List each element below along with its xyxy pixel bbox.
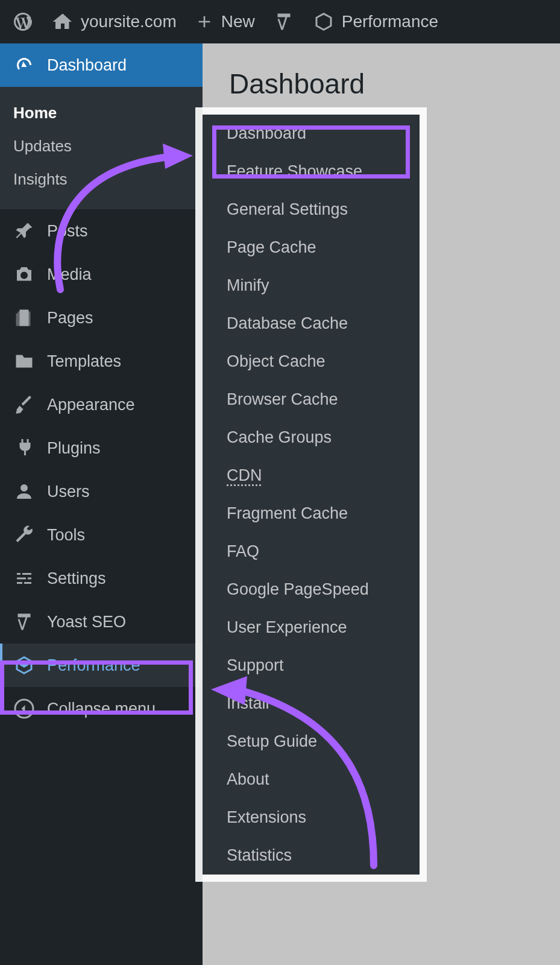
- flyout-page-cache[interactable]: Page Cache: [203, 229, 420, 267]
- cube-sidebar-icon: [13, 654, 35, 676]
- flyout-feature-showcase[interactable]: Feature Showcase: [203, 153, 420, 191]
- sidebar-templates-label: Templates: [47, 352, 121, 371]
- sidebar-item-settings[interactable]: Settings: [0, 557, 203, 600]
- plus-icon: [195, 12, 214, 31]
- wordpress-logo-link[interactable]: [12, 11, 34, 33]
- wordpress-icon: [12, 11, 34, 33]
- sidebar-sub-home[interactable]: Home: [0, 96, 203, 130]
- yoast-icon: [273, 11, 295, 33]
- flyout-minify[interactable]: Minify: [203, 267, 420, 305]
- sidebar-settings-label: Settings: [47, 569, 106, 588]
- sidebar-yoast-label: Yoast SEO: [47, 613, 126, 631]
- sidebar-appearance-label: Appearance: [47, 396, 135, 414]
- home-link[interactable]: yoursite.com: [52, 11, 177, 33]
- dashboard-icon: [13, 54, 35, 76]
- flyout-browser-cache[interactable]: Browser Cache: [203, 381, 420, 419]
- flyout-user-experience[interactable]: User Experience: [203, 609, 420, 647]
- sidebar-item-performance[interactable]: Performance: [0, 644, 203, 687]
- sidebar-users-label: Users: [47, 482, 90, 501]
- flyout-faq[interactable]: FAQ: [203, 533, 420, 571]
- site-name-label: yoursite.com: [81, 12, 177, 31]
- sidebar-item-templates[interactable]: Templates: [0, 340, 203, 383]
- cube-icon: [313, 11, 335, 33]
- flyout-database-cache[interactable]: Database Cache: [203, 305, 420, 343]
- sidebar-item-plugins[interactable]: Plugins: [0, 426, 203, 470]
- flyout-dashboard[interactable]: Dashboard: [203, 115, 420, 153]
- camera-icon: [13, 264, 35, 285]
- sidebar-sub-insights[interactable]: Insights: [0, 163, 203, 196]
- sidebar-item-pages[interactable]: Pages: [0, 296, 203, 340]
- sidebar-media-label: Media: [47, 265, 92, 284]
- sidebar-tools-label: Tools: [47, 526, 85, 545]
- flyout-google-pagespeed[interactable]: Google PageSpeed: [203, 571, 420, 609]
- sidebar-item-yoast[interactable]: Yoast SEO: [0, 600, 203, 644]
- new-content-link[interactable]: New: [195, 12, 255, 31]
- collapse-menu-button[interactable]: Collapse menu: [0, 687, 203, 730]
- flyout-general-settings[interactable]: General Settings: [203, 191, 420, 229]
- performance-flyout-menu: Dashboard Feature Showcase General Setti…: [203, 115, 420, 875]
- yoast-sidebar-icon: [13, 611, 35, 633]
- sidebar-sub-updates[interactable]: Updates: [0, 130, 203, 163]
- plug-icon: [13, 437, 35, 459]
- sidebar-item-tools[interactable]: Tools: [0, 513, 203, 557]
- sidebar-item-posts[interactable]: Posts: [0, 209, 203, 253]
- flyout-about[interactable]: About: [203, 761, 420, 799]
- yoast-adminbar-link[interactable]: [273, 11, 295, 33]
- flyout-cdn[interactable]: CDN: [203, 457, 420, 495]
- sidebar-pages-label: Pages: [47, 309, 93, 327]
- sidebar-performance-label: Performance: [47, 656, 140, 675]
- pages-icon: [13, 307, 35, 329]
- performance-adminbar-label: Performance: [342, 12, 438, 31]
- sliders-icon: [13, 568, 35, 589]
- flyout-setup-guide[interactable]: Setup Guide: [203, 723, 420, 761]
- sidebar-dashboard-submenu: Home Updates Insights: [0, 87, 203, 209]
- sidebar-item-users[interactable]: Users: [0, 470, 203, 513]
- flyout-install[interactable]: Install: [203, 685, 420, 723]
- flyout-extensions[interactable]: Extensions: [203, 799, 420, 837]
- flyout-fragment-cache[interactable]: Fragment Cache: [203, 495, 420, 533]
- performance-adminbar-link[interactable]: Performance: [313, 11, 438, 33]
- sidebar-item-appearance[interactable]: Appearance: [0, 383, 203, 426]
- flyout-object-cache[interactable]: Object Cache: [203, 343, 420, 381]
- home-icon: [52, 11, 74, 33]
- flyout-support[interactable]: Support: [203, 647, 420, 685]
- brush-icon: [13, 394, 35, 416]
- new-label: New: [221, 12, 255, 31]
- sidebar-dashboard-label: Dashboard: [47, 56, 127, 75]
- folder-icon: [13, 350, 35, 372]
- flyout-cache-groups[interactable]: Cache Groups: [203, 419, 420, 457]
- pin-icon: [13, 220, 35, 242]
- sidebar-item-dashboard[interactable]: Dashboard: [0, 43, 203, 87]
- collapse-label: Collapse menu: [47, 700, 156, 718]
- admin-sidebar: Dashboard Home Updates Insights Posts Me…: [0, 43, 203, 965]
- sidebar-plugins-label: Plugins: [47, 439, 101, 458]
- wrench-icon: [13, 524, 35, 546]
- sidebar-posts-label: Posts: [47, 222, 88, 241]
- flyout-statistics[interactable]: Statistics: [203, 837, 420, 875]
- admin-bar: yoursite.com New Performance: [0, 0, 560, 43]
- page-title: Dashboard: [203, 43, 560, 124]
- collapse-icon: [13, 698, 35, 720]
- user-icon: [13, 481, 35, 502]
- sidebar-item-media[interactable]: Media: [0, 253, 203, 296]
